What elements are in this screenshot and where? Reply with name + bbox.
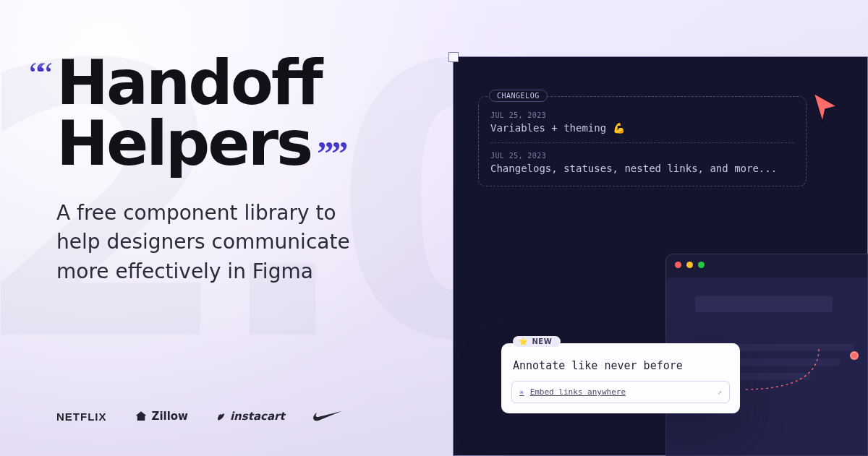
divider [490, 142, 794, 143]
brand-logo-row: NETFLIX Zillow instacart [56, 410, 346, 423]
annotation-anchor-icon [850, 351, 859, 360]
traffic-yellow-icon [686, 262, 693, 268]
logo-zillow-text: Zillow [152, 410, 188, 423]
new-badge: ⭐ NEW [513, 336, 561, 347]
cursor-icon [811, 92, 840, 126]
annotation-title: Annotate like never before [513, 359, 730, 372]
changelog-entry: JUL 25, 2023 Variables + theming 💪 [490, 111, 794, 134]
logo-zillow: Zillow [135, 410, 188, 423]
page-title: Handoff Helpers ”” [56, 52, 411, 174]
burst-icon: ✳ [519, 387, 524, 397]
changelog-card: CHANGELOG JUL 25, 2023 Variables + themi… [478, 96, 807, 186]
logo-instacart-text: instacart [230, 410, 285, 423]
traffic-red-icon [675, 262, 681, 268]
quote-open-icon: ““ [29, 68, 47, 81]
embed-link-text: Embed links anywhere [530, 387, 626, 397]
changelog-entry: JUL 25, 2023 Changelogs, statuses, neste… [490, 152, 794, 174]
changelog-text: Changelogs, statuses, nested links, and … [490, 163, 794, 174]
changelog-date: JUL 25, 2023 [490, 152, 794, 160]
changelog-label-pill: CHANGELOG [489, 90, 548, 102]
window-traffic-lights [675, 262, 705, 268]
selection-handle-icon [448, 52, 459, 62]
star-icon: ⭐ [519, 337, 528, 345]
title-line-2: Helpers [56, 107, 311, 179]
annotation-card: ⭐ NEW Annotate like never before ✳ Embed… [501, 343, 740, 413]
changelog-text: Variables + theming 💪 [490, 122, 794, 134]
placeholder-heading [695, 296, 833, 312]
changelog-date: JUL 25, 2023 [490, 111, 794, 119]
traffic-green-icon [698, 262, 705, 268]
subtitle: A free component library to help designe… [56, 199, 375, 287]
house-icon [135, 410, 148, 423]
logo-netflix: NETFLIX [56, 410, 107, 423]
external-arrow-icon: ↗ [717, 387, 722, 397]
embed-link-row[interactable]: ✳ Embed links anywhere ↗ [511, 381, 730, 403]
logo-nike [312, 410, 346, 422]
logo-instacart: instacart [216, 410, 285, 423]
hero-copy: ““ Handoff Helpers ”” A free component l… [56, 52, 411, 286]
quote-close-icon: ”” [317, 147, 346, 160]
figma-canvas-frame: CHANGELOG JUL 25, 2023 Variables + themi… [453, 56, 868, 456]
swoosh-icon [312, 410, 341, 422]
new-badge-text: NEW [532, 337, 553, 345]
carrot-icon [216, 410, 226, 422]
